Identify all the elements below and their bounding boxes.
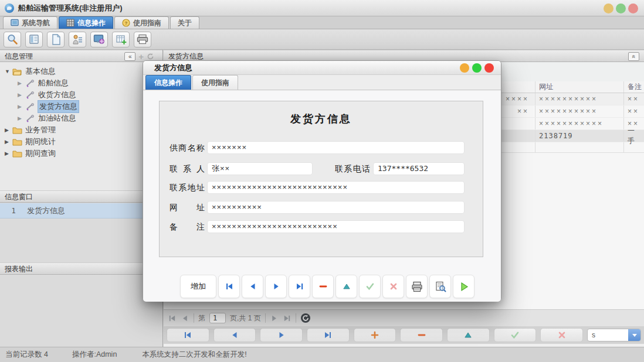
tools-icon [25, 114, 35, 122]
check-icon [365, 282, 375, 291]
prev-record-button[interactable] [242, 275, 263, 298]
monitor-globe-button[interactable] [90, 32, 108, 47]
dialog-close-button[interactable] [484, 63, 494, 73]
tree-item-ship-info[interactable]: ▶ 船舶信息 [0, 77, 162, 89]
last-icon [295, 282, 304, 291]
statusbar-message: 本系统支持二次开发和全新开发! [142, 350, 246, 360]
record-last-button[interactable] [307, 328, 350, 342]
contact-phone-field[interactable]: 137****6532 [373, 162, 465, 175]
page-number-input[interactable] [209, 313, 226, 323]
tree-item-shipper-info[interactable]: ▶ 发货方信息 [0, 101, 162, 112]
dialog-tab-info-operation[interactable]: 信息操作 [145, 75, 191, 90]
tab-system-nav[interactable]: 系统导航 [3, 16, 57, 29]
chevron-right-icon[interactable]: ▶ [5, 139, 12, 145]
report-output-panel-header: 报表输出 [0, 262, 162, 275]
form-view-button[interactable] [25, 32, 43, 47]
grid-option-select[interactable]: s [587, 329, 641, 341]
first-record-button[interactable] [218, 275, 240, 298]
tools-icon [25, 103, 35, 111]
info-manage-panel-header: 信息管理 « + [0, 50, 162, 62]
chevron-down-icon[interactable]: ▼ [5, 69, 12, 74]
record-nav-row: s [164, 326, 644, 344]
user-info-button[interactable] [69, 32, 86, 47]
folder-open-icon [12, 67, 22, 76]
dialog-minimize-button[interactable] [460, 63, 469, 73]
divider [296, 313, 296, 323]
tools-icon [25, 79, 35, 87]
chevron-right-icon[interactable]: ▶ [18, 104, 25, 110]
search-button[interactable] [4, 32, 21, 47]
tree-item-basic-info[interactable]: ▼ 基本信息 [0, 66, 162, 77]
close-button[interactable] [628, 4, 638, 13]
minimize-button[interactable] [604, 4, 614, 13]
next-record-button[interactable] [265, 275, 287, 298]
report-output-empty-area [0, 275, 162, 347]
record-next-button[interactable] [260, 328, 303, 342]
tab-about[interactable]: 关于 [170, 16, 199, 29]
print-record-button[interactable] [406, 275, 428, 298]
contact-address-field[interactable]: ××××××××××××××××××××××××××× [207, 181, 465, 194]
info-window-list-item[interactable]: 1 发货方信息 [0, 203, 162, 218]
edit-record-button[interactable] [335, 275, 357, 298]
record-edit-button[interactable] [447, 328, 490, 342]
contact-person-field[interactable]: 张×× [207, 162, 313, 175]
zoom-button[interactable] [616, 4, 626, 13]
record-remove-button[interactable] [400, 328, 443, 342]
minus-icon [418, 331, 426, 339]
collapse-panel-button[interactable]: « [628, 52, 639, 61]
sidebar: 信息管理 « + ▼ 基本信息 ▶ 船舶信息 ▶ 收货方信息 ▶ 发货方信息 [0, 50, 163, 347]
save-record-button[interactable] [359, 275, 381, 298]
print-button[interactable] [134, 32, 151, 47]
dialog-tabbar: 信息操作 使用指南 [143, 75, 501, 90]
chevron-right-icon[interactable]: ▶ [5, 127, 12, 133]
print-preview-button[interactable] [429, 275, 451, 298]
remark-label: 备注 [170, 220, 205, 233]
record-cancel-button[interactable] [540, 328, 583, 342]
page-prev-icon[interactable] [181, 314, 189, 323]
chevron-right-icon[interactable]: ▶ [18, 80, 25, 86]
record-save-button[interactable] [494, 328, 537, 342]
info-window-empty-area [0, 218, 162, 262]
add-record-button[interactable]: 增加 [180, 275, 216, 298]
chevron-right-icon[interactable]: ▶ [18, 92, 25, 98]
cancel-record-button[interactable] [382, 275, 404, 298]
refresh-icon[interactable] [300, 313, 311, 323]
user-icon [72, 34, 83, 45]
collapse-sidebar-button[interactable]: « [124, 52, 135, 61]
grid-column-remark[interactable]: 备注 [623, 81, 644, 93]
tree-item-period-stats[interactable]: ▶ 期间统计 [0, 136, 162, 148]
delete-record-button[interactable] [312, 275, 334, 298]
page-next-icon[interactable] [270, 314, 279, 323]
folder-icon [12, 126, 22, 134]
page-first-icon[interactable] [168, 314, 177, 323]
record-add-button[interactable] [354, 328, 396, 342]
last-record-button[interactable] [289, 275, 310, 298]
chevron-right-icon[interactable]: ▶ [18, 115, 25, 121]
grid-column-url[interactable]: 网址 [535, 81, 623, 93]
print-preview-icon [435, 281, 446, 292]
plus-icon [371, 331, 379, 339]
tab-info-operation[interactable]: 信息操作 [59, 16, 113, 29]
supplier-name-field[interactable]: ××××××× [207, 141, 465, 154]
dialog-tab-user-guide[interactable]: 使用指南 [192, 75, 238, 90]
chevron-right-icon[interactable]: ▶ [5, 151, 12, 156]
record-first-button[interactable] [167, 328, 209, 342]
table-add-button[interactable] [112, 32, 130, 47]
remark-field[interactable]: ××××××××××××××××××××××××× [207, 220, 465, 233]
tree-item-consignee-info[interactable]: ▶ 收货方信息 [0, 89, 162, 101]
tree-item-business-manage[interactable]: ▶ 业务管理 [0, 124, 162, 136]
record-prev-button[interactable] [213, 328, 256, 342]
info-tree: ▼ 基本信息 ▶ 船舶信息 ▶ 收货方信息 ▶ 发货方信息 ▶ 加油站信息 ▶ … [0, 62, 162, 190]
help-icon: ? [122, 19, 130, 27]
run-button[interactable] [453, 275, 474, 298]
tab-user-guide[interactable]: ? 使用指南 [114, 16, 169, 29]
dialog-zoom-button[interactable] [472, 63, 482, 73]
minus-icon [319, 282, 327, 291]
chevron-down-icon[interactable] [628, 329, 640, 341]
tree-item-gas-station-info[interactable]: ▶ 加油站信息 [0, 112, 162, 124]
triangle-up-icon [464, 332, 472, 339]
tree-item-period-query[interactable]: ▶ 期间查询 [0, 148, 162, 159]
page-last-icon[interactable] [283, 314, 292, 323]
website-field[interactable]: ×××××××××× [207, 201, 465, 214]
document-button[interactable] [47, 32, 65, 47]
